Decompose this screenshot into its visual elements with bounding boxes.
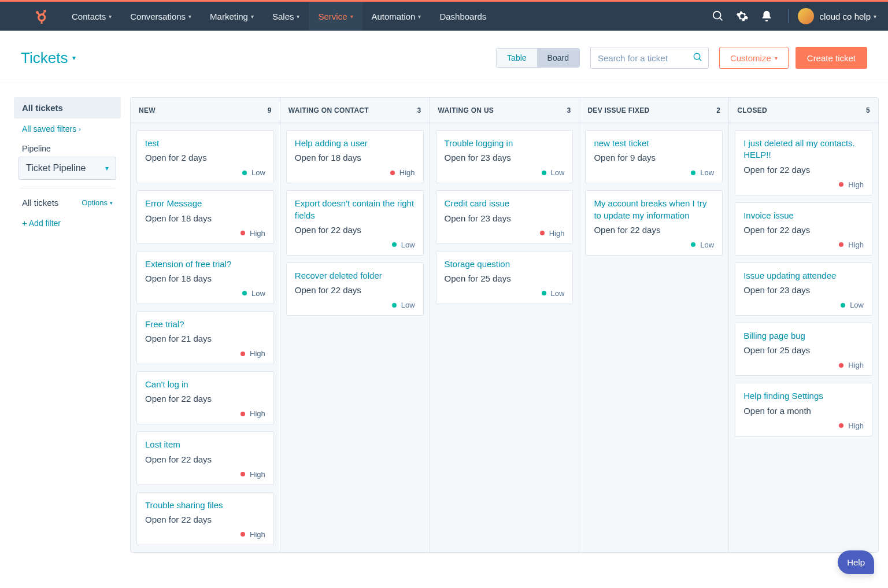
search-input[interactable] (590, 47, 709, 69)
ticket-card[interactable]: Recover deleted folderOpen for 22 daysLo… (286, 262, 424, 316)
nav-item-contacts[interactable]: Contacts▾ (62, 2, 121, 31)
ticket-priority: High (145, 409, 265, 418)
search-icon[interactable] (712, 10, 724, 23)
view-toggle-table[interactable]: Table (497, 49, 536, 67)
view-toggle-board[interactable]: Board (537, 49, 579, 67)
main: All tickets All saved filters › Pipeline… (0, 83, 888, 553)
ticket-title: new test ticket (594, 138, 714, 149)
ticket-title: My account breaks when I try to update m… (594, 198, 714, 221)
sidebar-saved-filters[interactable]: All saved filters › (14, 119, 121, 139)
nav-item-label: Marketing (210, 12, 248, 21)
ticket-open-duration: Open for 22 days (145, 394, 265, 404)
search-icon[interactable] (693, 52, 703, 62)
ticket-title: Trouble sharing files (145, 500, 265, 511)
priority-dot-icon (240, 472, 245, 476)
add-filter[interactable]: + Add filter (14, 212, 121, 234)
avatar-icon (798, 8, 814, 24)
priority-dot-icon (542, 171, 546, 175)
hubspot-logo-icon[interactable] (34, 9, 49, 24)
ticket-card[interactable]: Error MessageOpen for 18 daysHigh (136, 190, 274, 243)
priority-dot-icon (392, 303, 397, 308)
caret-down-icon: ▾ (105, 164, 109, 172)
priority-label: High (848, 421, 864, 430)
svg-point-1 (43, 10, 46, 13)
ticket-card[interactable]: testOpen for 2 daysLow (136, 130, 274, 183)
ticket-card[interactable]: Can't log inOpen for 22 daysHigh (136, 371, 274, 424)
bell-icon[interactable] (760, 10, 773, 23)
ticket-priority: Low (445, 289, 565, 298)
priority-dot-icon (839, 242, 843, 247)
ticket-card[interactable]: Issue updating attendeeOpen for 23 daysL… (735, 262, 872, 316)
ticket-card[interactable]: Lost itemOpen for 22 daysHigh (136, 431, 274, 485)
ticket-title: Invoice issue (743, 210, 864, 221)
nav-item-service[interactable]: Service▾ (309, 2, 362, 31)
nav-item-label: Contacts (72, 12, 106, 21)
ticket-card[interactable]: I just deleted all my contacts. HELP!!Op… (735, 130, 872, 195)
priority-dot-icon (691, 171, 695, 175)
ticket-card[interactable]: Help adding a userOpen for 18 daysHigh (286, 130, 424, 183)
ticket-card[interactable]: My account breaks when I try to update m… (585, 190, 723, 256)
chevron-down-icon: ▾ (874, 13, 876, 20)
svg-point-9 (694, 53, 700, 60)
ticket-priority: Low (594, 168, 714, 177)
ticket-open-duration: Open for 18 days (145, 273, 265, 283)
ticket-open-duration: Open for 25 days (743, 345, 864, 355)
priority-dot-icon (540, 231, 545, 235)
ticket-priority: Low (594, 241, 714, 249)
chevron-down-icon: ▾ (418, 13, 421, 20)
priority-dot-icon (242, 291, 247, 295)
filter-options[interactable]: Options ▾ (82, 198, 113, 207)
page-title-menu[interactable]: Tickets ▾ (21, 49, 76, 67)
nav-items: Contacts▾Conversations▾Marketing▾Sales▾S… (62, 2, 495, 31)
priority-label: High (848, 241, 864, 249)
column-name: CLOSED (737, 106, 767, 114)
column-cards: Trouble logging inOpen for 23 daysLowCre… (430, 123, 579, 311)
nav-separator (788, 9, 789, 23)
gear-icon[interactable] (736, 10, 749, 23)
kanban-board: NEW9testOpen for 2 daysLowError MessageO… (130, 97, 879, 553)
ticket-card[interactable]: Billing page bugOpen for 25 daysHigh (735, 323, 872, 376)
ticket-card[interactable]: Free trial?Open for 21 daysHigh (136, 311, 274, 364)
pipeline-select[interactable]: Ticket Pipeline ▾ (18, 157, 116, 180)
ticket-priority: High (295, 168, 415, 177)
ticket-open-duration: Open for 22 days (295, 285, 415, 295)
ticket-card[interactable]: Help finding SettingsOpen for a monthHig… (735, 383, 872, 436)
ticket-priority: Low (743, 301, 864, 309)
nav-item-conversations[interactable]: Conversations▾ (121, 2, 201, 31)
account-name: cloud co help (820, 12, 871, 21)
column-cards: Help adding a userOpen for 18 daysHighEx… (280, 123, 430, 323)
ticket-card[interactable]: new test ticketOpen for 9 daysLow (585, 130, 723, 183)
board-column: CLOSED5I just deleted all my contacts. H… (729, 98, 878, 552)
priority-dot-icon (240, 231, 245, 235)
ticket-priority: Low (295, 301, 415, 309)
ticket-card[interactable]: Credit card issueOpen for 23 daysHigh (436, 190, 574, 243)
column-count: 5 (866, 106, 870, 114)
priority-dot-icon (841, 303, 845, 308)
ticket-card[interactable]: Trouble logging inOpen for 23 daysLow (436, 130, 574, 183)
ticket-title: Extension of free trial? (145, 258, 265, 270)
priority-label: Low (401, 241, 415, 249)
create-ticket-button[interactable]: Create ticket (796, 47, 867, 69)
priority-label: High (848, 180, 864, 189)
ticket-card[interactable]: Extension of free trial?Open for 18 days… (136, 251, 274, 304)
ticket-card[interactable]: Trouble sharing filesOpen for 22 daysHig… (136, 492, 274, 545)
priority-dot-icon (240, 412, 245, 416)
priority-dot-icon (691, 242, 695, 247)
column-header: NEW9 (131, 98, 280, 123)
ticket-card[interactable]: Export doesn't contain the right fieldsO… (286, 190, 424, 256)
nav-item-dashboards[interactable]: Dashboards (430, 2, 495, 31)
priority-dot-icon (839, 363, 843, 368)
account-menu[interactable]: cloud co help ▾ (798, 8, 876, 24)
column-header: WAITING ON CONTACT3 (280, 98, 430, 123)
ticket-card[interactable]: Storage questionOpen for 25 daysLow (436, 251, 574, 304)
ticket-title: Lost item (145, 439, 265, 450)
ticket-title: Credit card issue (445, 198, 565, 209)
sidebar-all-tickets[interactable]: All tickets (14, 97, 121, 119)
nav-item-sales[interactable]: Sales▾ (263, 2, 309, 31)
priority-dot-icon (390, 171, 395, 175)
priority-label: Low (551, 289, 565, 298)
nav-item-marketing[interactable]: Marketing▾ (201, 2, 263, 31)
customize-button[interactable]: Customize ▾ (719, 47, 789, 69)
nav-item-automation[interactable]: Automation▾ (362, 2, 431, 31)
ticket-card[interactable]: Invoice issueOpen for 22 daysHigh (735, 202, 872, 256)
